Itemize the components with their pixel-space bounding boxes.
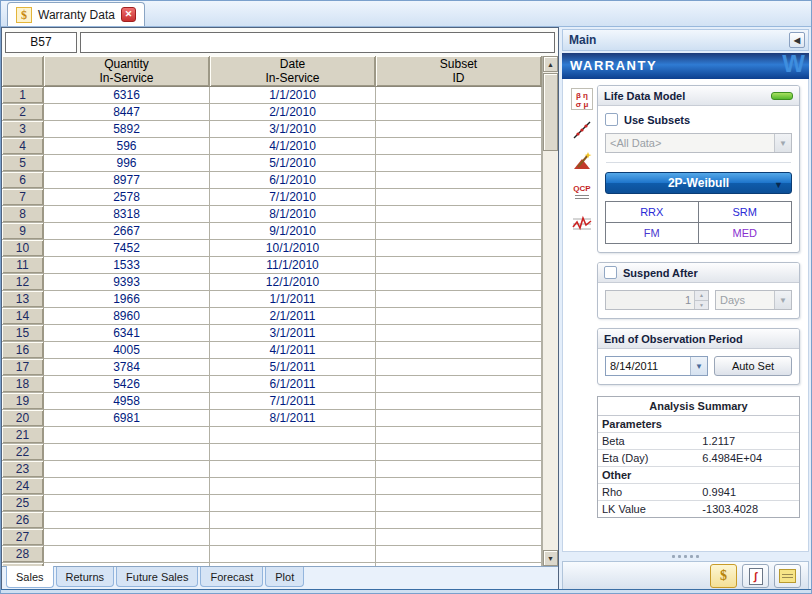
cell-quantity[interactable]: 8960 bbox=[44, 308, 210, 325]
cell-quantity[interactable] bbox=[44, 563, 210, 566]
row-header[interactable]: 25 bbox=[2, 495, 44, 512]
auto-set-button[interactable]: Auto Set bbox=[714, 356, 792, 376]
cell-quantity[interactable] bbox=[44, 512, 210, 529]
cell-quantity[interactable]: 6981 bbox=[44, 410, 210, 427]
cell-subset[interactable] bbox=[376, 512, 542, 529]
cell-date[interactable]: 1/1/2011 bbox=[210, 291, 376, 308]
cell-date[interactable] bbox=[210, 546, 376, 563]
row-header[interactable]: 21 bbox=[2, 427, 44, 444]
sheet-tab-sales[interactable]: Sales bbox=[6, 566, 54, 588]
report-view-button[interactable]: ∫ bbox=[742, 564, 769, 588]
cell-date[interactable]: 3/1/2010 bbox=[210, 121, 376, 138]
cell-subset[interactable] bbox=[376, 427, 542, 444]
cell-subset[interactable] bbox=[376, 257, 542, 274]
notes-button[interactable] bbox=[774, 564, 801, 588]
column-header-quantity[interactable]: Quantity In-Service bbox=[44, 56, 210, 87]
cell-quantity[interactable]: 6341 bbox=[44, 325, 210, 342]
cell-reference-box[interactable]: B57 bbox=[5, 32, 77, 53]
splitter-grip[interactable] bbox=[562, 552, 809, 561]
cell-date[interactable]: 1/1/2010 bbox=[210, 87, 376, 104]
warranty-view-button[interactable]: $ bbox=[710, 564, 737, 588]
use-subsets-checkbox[interactable] bbox=[605, 113, 618, 126]
close-tab-icon[interactable]: ✕ bbox=[121, 7, 136, 22]
distribution-button[interactable]: 2P-Weibull ▼ bbox=[605, 172, 792, 194]
sheet-tab-returns[interactable]: Returns bbox=[56, 567, 115, 587]
vertical-scrollbar[interactable]: ▲ ▼ bbox=[542, 56, 558, 566]
cell-quantity[interactable]: 4005 bbox=[44, 342, 210, 359]
cell-date[interactable] bbox=[210, 461, 376, 478]
cell-subset[interactable] bbox=[376, 274, 542, 291]
cell-date[interactable]: 2/1/2010 bbox=[210, 104, 376, 121]
row-header[interactable]: 8 bbox=[2, 206, 44, 223]
cell-date[interactable]: 5/1/2011 bbox=[210, 359, 376, 376]
cell-date[interactable]: 4/1/2010 bbox=[210, 138, 376, 155]
cell-subset[interactable] bbox=[376, 461, 542, 478]
suspend-unit-dropdown[interactable]: Days ▼ bbox=[715, 290, 792, 310]
collapse-panel-icon[interactable]: ◀ bbox=[789, 32, 805, 48]
cell-date[interactable]: 5/1/2010 bbox=[210, 155, 376, 172]
cell-quantity[interactable]: 1533 bbox=[44, 257, 210, 274]
cell-date[interactable]: 2/1/2011 bbox=[210, 308, 376, 325]
chevron-down-icon[interactable]: ▼ bbox=[774, 134, 791, 152]
subset-dropdown[interactable]: <All Data> ▼ bbox=[605, 133, 792, 153]
qcp-icon[interactable]: QCP bbox=[570, 180, 594, 204]
cell-quantity[interactable]: 1966 bbox=[44, 291, 210, 308]
cell-date[interactable]: 6/1/2011 bbox=[210, 376, 376, 393]
cell-quantity[interactable] bbox=[44, 546, 210, 563]
cell-subset[interactable] bbox=[376, 342, 542, 359]
row-header[interactable]: 3 bbox=[2, 121, 44, 138]
row-header[interactable]: 19 bbox=[2, 393, 44, 410]
sheet-tab-future-sales[interactable]: Future Sales bbox=[116, 567, 198, 587]
chevron-down-icon[interactable]: ▼ bbox=[774, 291, 791, 309]
row-header[interactable]: 1 bbox=[2, 87, 44, 104]
formula-input[interactable] bbox=[80, 32, 555, 53]
cell-date[interactable]: 3/1/2011 bbox=[210, 325, 376, 342]
row-header[interactable]: 4 bbox=[2, 138, 44, 155]
cell-quantity[interactable]: 8318 bbox=[44, 206, 210, 223]
cell-subset[interactable] bbox=[376, 189, 542, 206]
column-header-date[interactable]: Date In-Service bbox=[210, 56, 376, 87]
cell-date[interactable]: 7/1/2010 bbox=[210, 189, 376, 206]
stepper-up-icon[interactable]: ▲ bbox=[695, 291, 708, 301]
cell-subset[interactable] bbox=[376, 223, 542, 240]
cell-date[interactable] bbox=[210, 512, 376, 529]
cell-date[interactable]: 11/1/2010 bbox=[210, 257, 376, 274]
row-header[interactable]: 17 bbox=[2, 359, 44, 376]
option-med[interactable]: MED bbox=[699, 223, 792, 244]
cell-subset[interactable] bbox=[376, 495, 542, 512]
cell-quantity[interactable]: 2667 bbox=[44, 223, 210, 240]
row-header[interactable]: 16 bbox=[2, 342, 44, 359]
column-header-subset[interactable]: Subset ID bbox=[376, 56, 542, 87]
cell-subset[interactable] bbox=[376, 104, 542, 121]
cell-subset[interactable] bbox=[376, 376, 542, 393]
row-header[interactable]: 9 bbox=[2, 223, 44, 240]
parameters-icon[interactable]: β η σ μ bbox=[570, 87, 594, 111]
observation-date-dropdown[interactable]: 8/14/2011 ▼ bbox=[605, 356, 708, 376]
scrollbar-track[interactable] bbox=[543, 151, 558, 550]
probability-plot-icon[interactable] bbox=[570, 118, 594, 142]
scrollbar-thumb[interactable] bbox=[543, 73, 558, 151]
cell-subset[interactable] bbox=[376, 563, 542, 566]
wizard-icon[interactable] bbox=[570, 149, 594, 173]
row-header[interactable]: 14 bbox=[2, 308, 44, 325]
cell-subset[interactable] bbox=[376, 155, 542, 172]
cell-date[interactable] bbox=[210, 495, 376, 512]
row-header[interactable]: 7 bbox=[2, 189, 44, 206]
cell-subset[interactable] bbox=[376, 308, 542, 325]
stepper-down-icon[interactable]: ▼ bbox=[695, 301, 708, 310]
row-header[interactable]: 28 bbox=[2, 546, 44, 563]
cell-subset[interactable] bbox=[376, 393, 542, 410]
cell-quantity[interactable]: 9393 bbox=[44, 274, 210, 291]
cell-quantity[interactable]: 2578 bbox=[44, 189, 210, 206]
suspend-after-checkbox[interactable] bbox=[604, 266, 617, 279]
cell-quantity[interactable]: 596 bbox=[44, 138, 210, 155]
cell-subset[interactable] bbox=[376, 444, 542, 461]
row-header[interactable]: 6 bbox=[2, 172, 44, 189]
option-rrx[interactable]: RRX bbox=[606, 202, 699, 223]
row-header[interactable]: 20 bbox=[2, 410, 44, 427]
cell-subset[interactable] bbox=[376, 291, 542, 308]
scroll-down-icon[interactable]: ▼ bbox=[543, 550, 558, 566]
cell-date[interactable]: 9/1/2010 bbox=[210, 223, 376, 240]
row-header[interactable]: 5 bbox=[2, 155, 44, 172]
cell-quantity[interactable]: 4958 bbox=[44, 393, 210, 410]
